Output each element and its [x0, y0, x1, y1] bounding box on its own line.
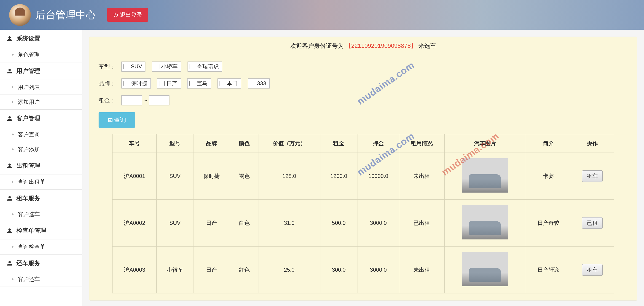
cell-desc: 日产奇骏 [526, 200, 571, 246]
cell-action: 已租 [571, 200, 614, 246]
sidebar-section-title[interactable]: 用户管理 [0, 62, 82, 80]
price-min-input[interactable] [122, 95, 142, 106]
cell-plate: 沪A0001 [112, 153, 157, 200]
sidebar-section-label: 检查单管理 [16, 227, 46, 235]
brand-filter-label: 品牌： [98, 80, 122, 87]
sidebar-section-label: 系统设置 [16, 34, 40, 42]
main-panel: 欢迎客户身份证号为 【221109201909098878】 来选车 车型： S… [89, 36, 637, 300]
sidebar-item[interactable]: 客户还车 [0, 272, 82, 286]
cell-desc: 卡宴 [526, 153, 571, 200]
sidebar-item[interactable]: 查询检查单 [0, 239, 82, 254]
type-option[interactable]: 奇瑞瑞虎 [188, 62, 222, 72]
brand-checkbox[interactable] [220, 81, 225, 86]
content-area: 欢迎客户身份证号为 【221109201909098878】 来选车 车型： S… [82, 30, 644, 306]
cell-color: 白色 [230, 200, 258, 246]
cell-image [444, 246, 526, 294]
welcome-suffix: 来选车 [418, 42, 436, 49]
cell-plate: 沪A0003 [112, 246, 157, 294]
cell-brand: 日产 [193, 200, 230, 246]
type-checkbox[interactable] [154, 64, 160, 69]
cell-deposit: 3000.0 [358, 246, 399, 294]
sidebar-item-label: 客户查询 [18, 131, 40, 138]
rent-button[interactable]: 已租 [582, 217, 602, 229]
search-button[interactable]: 查询 [98, 112, 135, 128]
type-option-label: 奇瑞瑞虎 [197, 63, 219, 70]
sidebar-item-label: 查询检查单 [18, 243, 45, 250]
table-header: 租金 [320, 134, 358, 153]
table-header: 车号 [112, 134, 157, 153]
type-option[interactable]: SUV [122, 62, 146, 72]
brand-option[interactable]: 宝马 [187, 78, 211, 88]
rent-button[interactable]: 租车 [582, 264, 602, 276]
brand-option[interactable]: 保时捷 [122, 78, 151, 88]
brand-option-label: 宝马 [197, 80, 208, 87]
table-header: 型号 [157, 134, 194, 153]
welcome-id: 【221109201909098878】 [345, 42, 417, 49]
sidebar-section-title[interactable]: 出租管理 [0, 157, 82, 174]
table-wrapper: 车号型号品牌颜色价值（万元）租金押金租用情况汽车图片简介操作 沪A0001SUV… [90, 134, 637, 300]
sidebar-section-label: 客户管理 [16, 114, 40, 122]
cell-color: 褐色 [230, 153, 258, 200]
sidebar-item[interactable]: 客户查询 [0, 127, 82, 142]
car-image [462, 158, 508, 192]
brand-option[interactable]: 日产 [157, 78, 181, 88]
sidebar-item[interactable]: 查询出租单 [0, 174, 82, 189]
sidebar-section-title[interactable]: 还车服务 [0, 254, 82, 272]
cell-brand: 保时捷 [193, 153, 230, 200]
car-image [462, 205, 508, 240]
type-option-label: SUV [131, 63, 142, 70]
price-filter-label: 租金： [98, 97, 122, 104]
sidebar-item[interactable]: 客户选车 [0, 207, 82, 222]
page-title: 后台管理中心 [36, 8, 96, 22]
brand-checkbox[interactable] [189, 81, 195, 86]
sidebar-item[interactable]: 用户列表 [0, 80, 82, 94]
brand-option-label: 日产 [166, 80, 178, 87]
brand-checkbox[interactable] [250, 81, 255, 86]
price-separator: ~ [144, 97, 147, 104]
table-row: 沪A0003小轿车日产红色25.0300.03000.0未出租日产轩逸租车 [112, 246, 614, 294]
cell-action: 租车 [571, 246, 614, 294]
logout-button[interactable]: 退出登录 [107, 8, 148, 22]
sidebar-section-title[interactable]: 系统设置 [0, 30, 82, 47]
sidebar: 系统设置角色管理用户管理用户列表添加用户客户管理客户查询客户添加出租管理查询出租… [0, 30, 82, 306]
filter-section: 车型： SUV小轿车奇瑞瑞虎 品牌： 保时捷日产宝马本田333 租金： ~ [90, 55, 637, 134]
cell-status: 未出租 [399, 246, 444, 294]
type-checkbox[interactable] [190, 64, 195, 69]
table-header: 租用情况 [399, 134, 444, 153]
sidebar-section-title[interactable]: 检查单管理 [0, 222, 82, 239]
table-header: 颜色 [230, 134, 258, 153]
table-header: 汽车图片 [444, 134, 526, 153]
brand-option[interactable]: 本田 [218, 78, 241, 88]
price-max-input[interactable] [149, 95, 170, 106]
sidebar-item[interactable]: 角色管理 [0, 47, 82, 62]
table-row: 沪A0002SUV日产白色31.0500.03000.0已出租日产奇骏已租 [112, 200, 614, 246]
rent-button[interactable]: 租车 [582, 170, 602, 182]
cell-deposit: 3000.0 [358, 200, 399, 246]
sidebar-item[interactable]: 添加用户 [0, 94, 82, 109]
table-header: 简介 [526, 134, 571, 153]
table-row: 沪A0001SUV保时捷褐色128.01200.010000.0未出租卡宴租车 [112, 153, 614, 200]
cell-action: 租车 [571, 153, 614, 200]
cell-rent: 1200.0 [320, 153, 358, 200]
sidebar-item[interactable]: 客户添加 [0, 142, 82, 157]
sidebar-section-label: 用户管理 [16, 67, 40, 75]
sidebar-section-title[interactable]: 客户管理 [0, 110, 82, 127]
power-icon [113, 12, 118, 18]
cell-value: 25.0 [258, 246, 320, 294]
table-header: 品牌 [193, 134, 230, 153]
cell-deposit: 10000.0 [358, 153, 399, 200]
sidebar-item-label: 客户添加 [18, 146, 40, 153]
type-option-label: 小轿车 [161, 63, 178, 70]
cell-status: 已出租 [399, 200, 444, 246]
sidebar-item-label: 客户选车 [18, 211, 40, 218]
sidebar-section-label: 出租管理 [16, 162, 40, 170]
sidebar-section-title[interactable]: 租车服务 [0, 189, 82, 207]
type-checkbox[interactable] [124, 64, 129, 69]
sidebar-item-label: 查询出租单 [18, 178, 45, 186]
brand-checkbox[interactable] [124, 81, 129, 86]
sidebar-item-label: 角色管理 [18, 51, 40, 58]
brand-option[interactable]: 333 [248, 78, 270, 88]
brand-checkbox[interactable] [159, 81, 165, 86]
type-option[interactable]: 小轿车 [152, 62, 181, 72]
header: 后台管理中心 退出登录 [0, 0, 644, 30]
